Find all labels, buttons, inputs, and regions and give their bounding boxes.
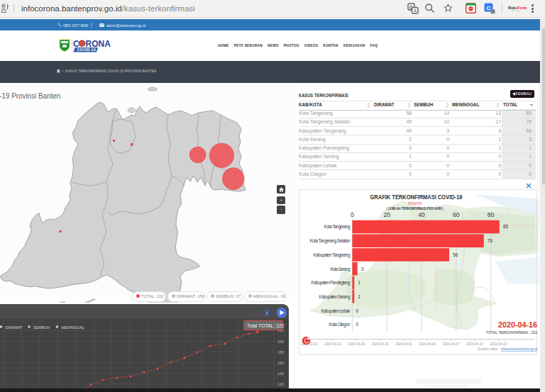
svg-text:Total TOTAL: 222: Total TOTAL: 222 xyxy=(247,323,285,328)
svg-text:Sumber data :: Sumber data : xyxy=(478,347,499,351)
svg-text:Kabupaten Lebak: Kabupaten Lebak xyxy=(321,308,351,314)
svg-text:a: a xyxy=(414,8,417,13)
svg-text:3: 3 xyxy=(361,267,364,271)
svg-text:2020-04-10: 2020-04-10 xyxy=(466,342,483,346)
svg-text:60: 60 xyxy=(453,211,460,218)
svg-text:Kota Tangerang: Kota Tangerang xyxy=(324,224,351,230)
svg-text:120: 120 xyxy=(277,382,284,386)
svg-text:2020-04-16: 2020-04-16 xyxy=(498,320,537,329)
svg-text:2020-04-13: 2020-04-13 xyxy=(490,342,507,346)
svg-text:Kota Cilegon: Kota Cilegon xyxy=(329,322,351,327)
svg-text:POSITIF: POSITIF xyxy=(409,201,422,206)
svg-text:56: 56 xyxy=(453,252,458,257)
svg-text:Kota Serang: Kota Serang xyxy=(331,267,351,272)
svg-text:TOTAL TERKONFIRMASI : 222: TOTAL TERKONFIRMASI : 222 xyxy=(486,330,537,335)
svg-text:MENINGGAL: MENINGGAL xyxy=(62,325,84,330)
svg-text:76: 76 xyxy=(488,238,493,243)
svg-text:40: 40 xyxy=(418,211,425,218)
svg-text:SEMBUH: SEMBUH xyxy=(33,325,50,330)
svg-text:2020-03-23: 2020-03-23 xyxy=(324,342,341,346)
svg-text:Kota Tangerang Selatan: Kota Tangerang Selatan xyxy=(310,238,351,244)
svg-text:C: C xyxy=(487,5,491,11)
svg-text:COVID-19: COVID-19 xyxy=(77,47,96,52)
svg-text:0: 0 xyxy=(351,211,354,218)
svg-text:80: 80 xyxy=(488,211,495,218)
svg-text:0: 0 xyxy=(356,308,359,313)
svg-text:GRAFIK TERKONFIRMASI COVID-19: GRAFIK TERKONFIRMASI COVID-19 xyxy=(370,193,463,201)
svg-text:Kabupaten Tangerang: Kabupaten Tangerang xyxy=(314,252,351,258)
svg-text:DIRAWAT: DIRAWAT xyxy=(6,325,23,330)
svg-text:160: 160 xyxy=(277,361,284,365)
svg-text:infocorona.bantenprov.go.id: infocorona.bantenprov.go.id xyxy=(501,347,537,351)
svg-text:2020-04-07: 2020-04-07 xyxy=(443,342,460,346)
svg-text:85: 85 xyxy=(503,224,509,229)
svg-text:Kabupaten Serang: Kabupaten Serang xyxy=(319,294,351,300)
svg-text:2020-03-26: 2020-03-26 xyxy=(348,342,365,346)
svg-text:200: 200 xyxy=(277,340,284,344)
svg-text:i: i xyxy=(266,310,268,316)
svg-text:2020-04-01: 2020-04-01 xyxy=(395,342,412,346)
svg-text:1: 1 xyxy=(358,294,361,299)
svg-text:20: 20 xyxy=(383,211,390,218)
svg-text:180: 180 xyxy=(277,350,284,354)
svg-text:1: 1 xyxy=(358,280,361,285)
svg-text:( JUMLAH TERKONFIRMASI PER HAR: ( JUMLAH TERKONFIRMASI PER HARI ) xyxy=(387,206,444,211)
svg-text:0: 0 xyxy=(356,322,359,327)
svg-text:140: 140 xyxy=(277,371,284,376)
svg-text:2020-04-04: 2020-04-04 xyxy=(419,342,436,346)
svg-text:Kabupaten Pandeglang: Kabupaten Pandeglang xyxy=(312,280,351,286)
svg-text:2020-03-29: 2020-03-29 xyxy=(372,342,389,346)
